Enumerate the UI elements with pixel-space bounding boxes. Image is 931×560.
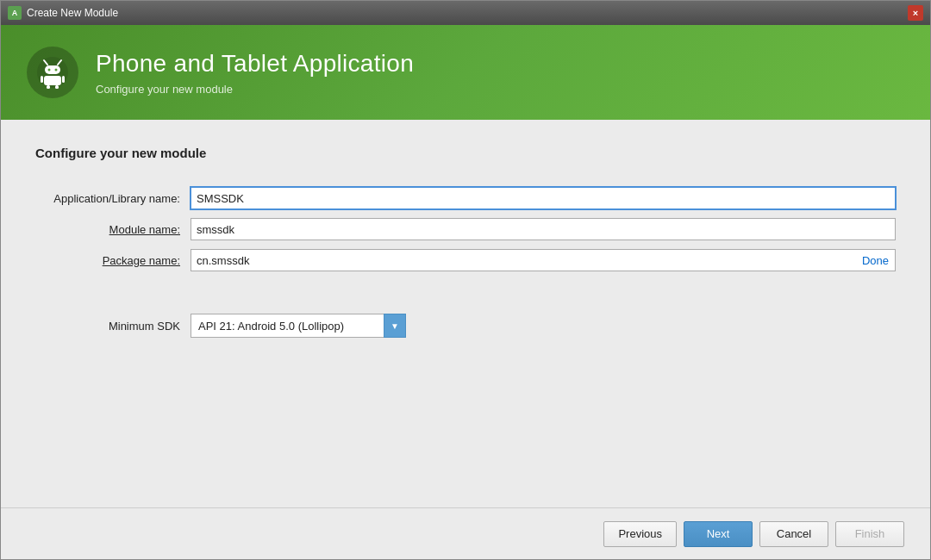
package-name-row: Package name: Done xyxy=(35,248,896,272)
done-link[interactable]: Done xyxy=(862,254,889,267)
svg-point-4 xyxy=(48,69,51,72)
svg-point-5 xyxy=(55,69,58,72)
module-name-row: Module name: xyxy=(35,217,896,241)
finish-button[interactable]: Finish xyxy=(835,521,904,547)
svg-rect-6 xyxy=(44,76,61,85)
android-icon xyxy=(27,47,78,98)
close-button[interactable]: × xyxy=(908,5,923,21)
package-name-field-wrapper: Done xyxy=(191,249,896,271)
cancel-button[interactable]: Cancel xyxy=(759,521,828,547)
sdk-label: Minimum SDK xyxy=(35,320,191,333)
header-subtitle: Configure your new module xyxy=(96,83,414,96)
title-bar: A Create New Module × xyxy=(1,1,930,25)
sdk-select[interactable]: API 21: Android 5.0 (Lollipop)API 22: An… xyxy=(191,314,406,338)
title-bar-left: A Create New Module xyxy=(8,6,118,20)
sdk-select-wrapper: API 21: Android 5.0 (Lollipop)API 22: An… xyxy=(191,314,406,338)
footer: Previous Next Cancel Finish xyxy=(1,507,930,559)
content-area: Configure your new module Application/Li… xyxy=(1,120,930,507)
svg-rect-8 xyxy=(62,76,65,83)
main-window: A Create New Module × xyxy=(0,0,931,560)
previous-button[interactable]: Previous xyxy=(603,521,677,547)
svg-rect-9 xyxy=(47,85,50,89)
app-library-name-input[interactable] xyxy=(191,187,896,209)
svg-rect-7 xyxy=(41,76,43,83)
svg-rect-3 xyxy=(45,65,60,74)
app-icon: A xyxy=(8,6,22,20)
app-library-name-row: Application/Library name: xyxy=(35,186,896,210)
header-text: Phone and Tablet Application Configure y… xyxy=(96,50,414,96)
header-title: Phone and Tablet Application xyxy=(96,50,414,78)
next-button[interactable]: Next xyxy=(684,521,753,547)
section-title: Configure your new module xyxy=(35,146,896,160)
svg-rect-10 xyxy=(55,85,59,89)
window-title: Create New Module xyxy=(27,7,118,19)
module-name-input[interactable] xyxy=(191,218,896,240)
package-name-input[interactable] xyxy=(191,249,896,271)
package-name-label: Package name: xyxy=(35,254,191,267)
module-name-label: Module name: xyxy=(35,223,191,236)
form-area: Application/Library name: Module name: P… xyxy=(35,186,896,345)
header-banner: Phone and Tablet Application Configure y… xyxy=(1,25,930,120)
sdk-dropdown-button[interactable] xyxy=(384,314,406,338)
sdk-row: Minimum SDK API 21: Android 5.0 (Lollipo… xyxy=(35,314,896,338)
app-library-name-label: Application/Library name: xyxy=(35,192,191,205)
